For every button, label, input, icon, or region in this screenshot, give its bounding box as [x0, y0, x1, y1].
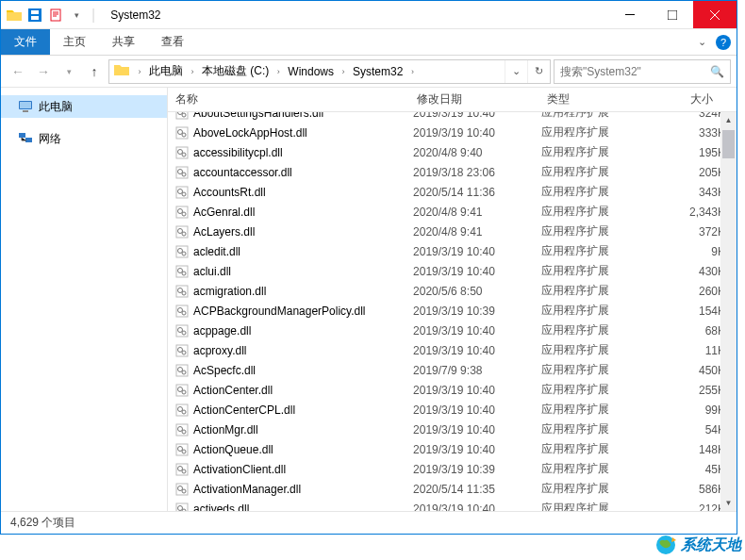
table-row[interactable]: ACPBackgroundManagerPolicy.dll2019/3/19 …: [168, 301, 737, 321]
table-row[interactable]: ActivationManager.dll2020/5/14 11:35应用程序…: [168, 479, 737, 499]
sidebar-item-network[interactable]: 网络: [1, 127, 167, 150]
help-icon[interactable]: ?: [716, 35, 731, 50]
scroll-down-icon[interactable]: ▼: [720, 495, 737, 511]
recent-dropdown-icon[interactable]: ▾: [58, 59, 80, 84]
table-row[interactable]: acppage.dll2019/3/19 10:40应用程序扩展68KB: [168, 321, 737, 340]
refresh-button[interactable]: ↻: [527, 60, 550, 83]
chevron-right-icon[interactable]: ›: [406, 67, 418, 76]
qat-dropdown-icon[interactable]: ▾: [69, 8, 84, 23]
svg-rect-7: [20, 102, 31, 108]
chevron-right-icon[interactable]: ›: [134, 67, 145, 76]
file-list-area: 名称 修改日期 类型 大小 AboutSettingsHandlers.dll2…: [168, 88, 737, 511]
table-row[interactable]: ActionQueue.dll2019/3/19 10:40应用程序扩展148K…: [168, 439, 737, 459]
table-row[interactable]: accessibilitycpl.dll2020/4/8 9:40应用程序扩展1…: [168, 142, 737, 162]
file-name: activeds.dll: [193, 502, 249, 512]
file-date: 2019/3/19 10:40: [406, 404, 534, 417]
up-button[interactable]: ↑: [83, 59, 106, 84]
file-type: 应用程序扩展: [534, 501, 675, 511]
column-headers: 名称 修改日期 类型 大小: [168, 88, 737, 112]
breadcrumb[interactable]: Windows: [284, 60, 338, 83]
column-header-date[interactable]: 修改日期: [409, 91, 539, 107]
column-header-type[interactable]: 类型: [539, 91, 683, 107]
file-date: 2020/5/14 11:36: [406, 186, 534, 199]
table-row[interactable]: acmigration.dll2020/5/6 8:50应用程序扩展260KB: [168, 281, 737, 301]
file-date: 2019/3/19 10:39: [406, 305, 534, 318]
sidebar-item-this-pc[interactable]: 此电脑: [1, 95, 167, 118]
table-row[interactable]: acproxy.dll2019/3/19 10:40应用程序扩展11KB: [168, 340, 737, 360]
table-row[interactable]: AboveLockAppHost.dll2019/3/19 10:40应用程序扩…: [168, 123, 737, 142]
table-row[interactable]: ActionMgr.dll2019/3/19 10:40应用程序扩展54KB: [168, 420, 737, 439]
file-date: 2020/5/14 11:35: [406, 483, 534, 496]
file-size: 372: [675, 225, 718, 239]
window-title: System32: [103, 8, 608, 22]
chevron-right-icon[interactable]: ›: [187, 67, 198, 76]
file-name: ActionCenter.dll: [193, 384, 273, 397]
close-button[interactable]: [693, 1, 737, 28]
search-box[interactable]: 🔍: [554, 59, 731, 84]
table-row[interactable]: AboutSettingsHandlers.dll2019/3/19 10:40…: [168, 112, 737, 123]
file-name: AcGenral.dll: [193, 206, 255, 219]
file-type: 应用程序扩展: [534, 342, 675, 358]
table-row[interactable]: ActionCenterCPL.dll2019/3/19 10:40应用程序扩展…: [168, 400, 737, 420]
ribbon-tab-share[interactable]: 共享: [99, 29, 148, 55]
save-icon[interactable]: [27, 8, 42, 23]
table-row[interactable]: accountaccessor.dll2019/3/18 23:06应用程序扩展…: [168, 162, 737, 182]
file-size: 205: [675, 166, 718, 179]
quick-access-toolbar: ▾ |: [1, 7, 103, 24]
table-row[interactable]: ActionCenter.dll2019/3/19 10:40应用程序扩展255…: [168, 380, 737, 400]
file-size: 2,343: [675, 206, 718, 219]
column-header-size[interactable]: 大小: [683, 91, 726, 107]
table-row[interactable]: AcSpecfc.dll2019/7/9 9:38应用程序扩展450KB: [168, 360, 737, 380]
table-row[interactable]: ActivationClient.dll2019/3/19 10:39应用程序扩…: [168, 459, 737, 479]
file-size: 154: [675, 305, 718, 318]
table-row[interactable]: acledit.dll2019/3/19 10:40应用程序扩展9KB: [168, 241, 737, 261]
table-row[interactable]: activeds.dll2019/3/19 10:40应用程序扩展212KB: [168, 499, 737, 511]
file-name: AcSpecfc.dll: [193, 364, 256, 377]
ribbon-tab-view[interactable]: 查看: [148, 29, 197, 55]
scrollbar-thumb[interactable]: [722, 130, 735, 158]
back-button[interactable]: ←: [7, 59, 29, 84]
properties-icon[interactable]: [48, 8, 63, 23]
forward-button[interactable]: →: [32, 59, 55, 84]
file-name: ActivationClient.dll: [193, 463, 286, 476]
search-input[interactable]: [560, 65, 710, 78]
file-type: 应用程序扩展: [534, 441, 675, 457]
file-type: 应用程序扩展: [534, 421, 675, 437]
breadcrumb[interactable]: System32: [349, 60, 406, 83]
file-name: AcLayers.dll: [193, 225, 255, 239]
ribbon-expand-icon[interactable]: ⌄: [698, 36, 706, 48]
file-size: 333: [675, 126, 718, 140]
search-icon[interactable]: 🔍: [710, 65, 724, 78]
file-date: 2019/3/19 10:40: [406, 502, 534, 512]
file-size: 99: [675, 404, 718, 417]
table-row[interactable]: AcLayers.dll2020/4/8 9:41应用程序扩展372KB: [168, 222, 737, 241]
chevron-right-icon[interactable]: ›: [273, 67, 284, 76]
vertical-scrollbar[interactable]: ▲ ▼: [720, 112, 737, 511]
breadcrumb[interactable]: 此电脑: [145, 60, 187, 83]
address-dropdown-icon[interactable]: ⌄: [505, 60, 527, 83]
table-row[interactable]: AcGenral.dll2020/4/8 9:41应用程序扩展2,343KB: [168, 202, 737, 222]
table-row[interactable]: AccountsRt.dll2020/5/14 11:36应用程序扩展343KB: [168, 182, 737, 202]
file-type: 应用程序扩展: [534, 481, 675, 497]
column-header-name[interactable]: 名称: [168, 91, 409, 107]
ribbon-tab-file[interactable]: 文件: [1, 29, 50, 55]
address-bar[interactable]: › 此电脑 › 本地磁盘 (C:) › Windows › System32 ›…: [108, 59, 551, 84]
ribbon-tab-home[interactable]: 主页: [50, 29, 99, 55]
folder-icon: [7, 8, 22, 23]
scroll-up-icon[interactable]: ▲: [720, 112, 737, 128]
content-area: 此电脑 网络 名称 修改日期 类型 大小 AboutSettingsHandle…: [1, 88, 737, 511]
file-type: 应用程序扩展: [534, 124, 675, 140]
chevron-right-icon[interactable]: ›: [338, 67, 349, 76]
file-type: 应用程序扩展: [534, 184, 675, 200]
breadcrumb[interactable]: 本地磁盘 (C:): [198, 60, 273, 83]
file-date: 2019/3/18 23:06: [406, 166, 534, 179]
minimize-button[interactable]: [608, 1, 651, 28]
file-size: 260: [675, 285, 718, 298]
file-name: ActionQueue.dll: [193, 443, 273, 456]
file-size: 343: [675, 186, 718, 199]
file-name: acproxy.dll: [193, 344, 246, 357]
watermark-text: 系统天地: [681, 535, 741, 555]
svg-rect-8: [23, 110, 28, 112]
table-row[interactable]: aclui.dll2019/3/19 10:40应用程序扩展430KB: [168, 261, 737, 281]
maximize-button[interactable]: [651, 1, 693, 28]
